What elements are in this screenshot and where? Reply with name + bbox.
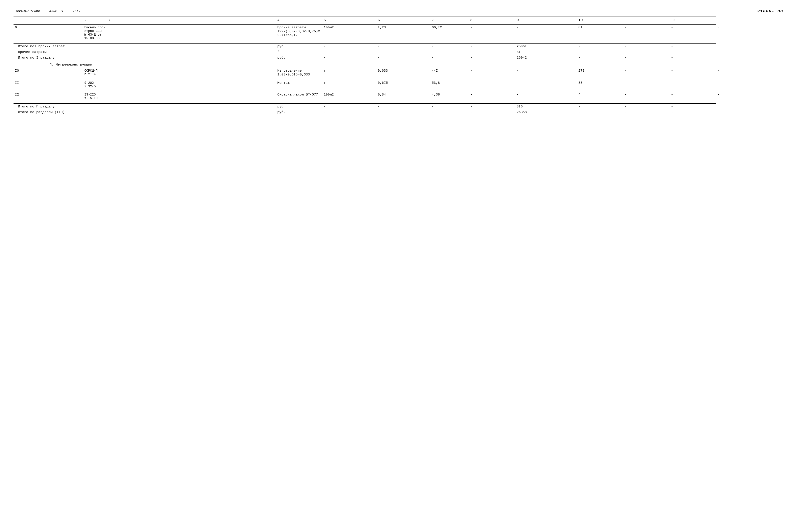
row-col11: - — [670, 92, 716, 101]
row-col6: 66,I2 — [430, 24, 469, 41]
summary-label: Итого по П разделу — [14, 104, 276, 110]
row-description: Прочие затраты I22х(0,97-0,02-0,75)х 2,7… — [276, 24, 322, 41]
spacer-row — [14, 90, 785, 92]
summary-unit: руб — [276, 44, 322, 49]
spacer-row — [14, 101, 785, 103]
row-col10: - — [623, 24, 670, 41]
col-header-3: 3 — [106, 16, 276, 24]
row-number: II. — [14, 80, 83, 90]
row-description: Окраска лаком БТ-577 — [276, 92, 322, 101]
row-col9: 33 — [577, 80, 623, 90]
summary-col11: - — [623, 55, 670, 61]
summary-col5: - — [322, 104, 377, 110]
summary-col8: - — [469, 110, 515, 115]
row-col12: - — [716, 68, 785, 78]
row-col12: - — [716, 24, 785, 41]
row-col7: - — [469, 24, 515, 41]
summary-label: Итого по разделам (I+П) — [14, 110, 276, 115]
summary-col5: - — [322, 49, 377, 55]
summary-col7: - — [430, 55, 469, 61]
summary-col5: - — [322, 55, 377, 61]
summary-col6: - — [376, 49, 430, 55]
summary-col6: - — [376, 104, 430, 110]
summary-col10: - — [577, 49, 623, 55]
row-number: I2. — [14, 92, 83, 101]
summary-col11: - — [623, 44, 670, 49]
summary-col9: 2596I — [515, 44, 577, 49]
row-col5: 0,633 — [376, 68, 430, 78]
spacer-row — [14, 78, 785, 80]
row-col12: - — [716, 80, 785, 90]
table-row: 9.Письмо Гос- строя СССР № 63-Д от 15.08… — [14, 24, 785, 41]
summary-col9: 8I — [515, 49, 577, 55]
summary-label: Прочие затраты — [14, 49, 276, 55]
row-unit: т — [322, 80, 377, 90]
row-col6: 4,38 — [430, 92, 469, 101]
row-unit: 100м2 — [322, 92, 377, 101]
summary-col7: - — [430, 110, 469, 115]
header-code: 21666- 08 — [757, 9, 783, 14]
row-col8: - — [515, 68, 577, 78]
row-col7: - — [469, 68, 515, 78]
summary-col10: - — [577, 55, 623, 61]
summary-col10: - — [577, 104, 623, 110]
row-col11: - — [670, 24, 716, 41]
row-col10: - — [623, 68, 670, 78]
summary-col7: - — [430, 104, 469, 110]
section-header-row: П. Металлоконструкции — [14, 61, 785, 68]
summary-col11: - — [623, 110, 670, 115]
page-number: -64- — [72, 10, 80, 14]
row-col9: 279 — [577, 68, 623, 78]
summary-col5: - — [322, 44, 377, 49]
summary-col11: - — [623, 104, 670, 110]
summary-col8: - — [469, 104, 515, 110]
summary-row: Прочие затраты"----8I--- — [14, 49, 785, 55]
summary-unit: руб. — [276, 110, 322, 115]
summary-col11: - — [623, 49, 670, 55]
spacer-row — [14, 41, 785, 44]
row-col5: I,23 — [376, 24, 430, 41]
page-header: 903-9-17сп86 Альб. Х -64- 21666- 08 — [14, 9, 785, 14]
row-description: Изготовление I,03х0,6I5=0,633 — [276, 68, 322, 78]
row-number: 9. — [14, 24, 83, 41]
summary-col10: - — [577, 44, 623, 49]
row-ref: 9-202 т.32-5 — [83, 80, 276, 90]
row-col6: 44I — [430, 68, 469, 78]
main-table: I 2 3 4 5 6 7 8 9 IO II I2 9.Письмо Гос-… — [14, 16, 785, 115]
summary-col8: - — [469, 49, 515, 55]
col-header-10: IO — [577, 16, 623, 24]
row-col6: 53,8 — [430, 80, 469, 90]
summary-col12: - — [670, 55, 716, 61]
section-header-text: П. Металлоконструкции — [14, 61, 716, 68]
row-col8: - — [515, 92, 577, 101]
col-header-11: II — [623, 16, 670, 24]
row-col9: 8I — [577, 24, 623, 41]
col-header-6: 6 — [376, 16, 430, 24]
row-col8: - — [515, 80, 577, 90]
table-row: I2.I3-I25 т.I5-IOОкраска лаком БТ-577100… — [14, 92, 785, 101]
col-header-1: I — [14, 16, 83, 24]
column-headers: I 2 3 4 5 6 7 8 9 IO II I2 — [14, 16, 785, 24]
summary-col10: - — [577, 110, 623, 115]
col-header-5: 5 — [322, 16, 377, 24]
summary-label: Итого без прочих затрат — [14, 44, 276, 49]
col-header-2: 2 — [83, 16, 106, 24]
row-ref: Письмо Гос- строя СССР № 63-Д от 15.08.8… — [83, 24, 276, 41]
row-col5: 0,84 — [376, 92, 430, 101]
header-left: 903-9-17сп86 Альб. Х -64- — [16, 10, 80, 14]
table-row: II.9-202 т.32-5Монтажт0,6I553,8--33--- — [14, 80, 785, 90]
col-header-4: 4 — [276, 16, 322, 24]
col-header-8: 8 — [469, 16, 515, 24]
row-col5: 0,6I5 — [376, 80, 430, 90]
row-ref: I3-I25 т.I5-IO — [83, 92, 276, 101]
summary-col9: 3I6 — [515, 104, 577, 110]
doc-number: 903-9-17сп86 — [16, 10, 40, 14]
row-col7: - — [469, 80, 515, 90]
row-col12: - — [716, 92, 785, 101]
summary-col7: - — [430, 44, 469, 49]
summary-unit: " — [276, 49, 322, 55]
summary-col8: - — [469, 55, 515, 61]
summary-col12: - — [670, 110, 716, 115]
col-header-9: 9 — [515, 16, 577, 24]
summary-col8: - — [469, 44, 515, 49]
